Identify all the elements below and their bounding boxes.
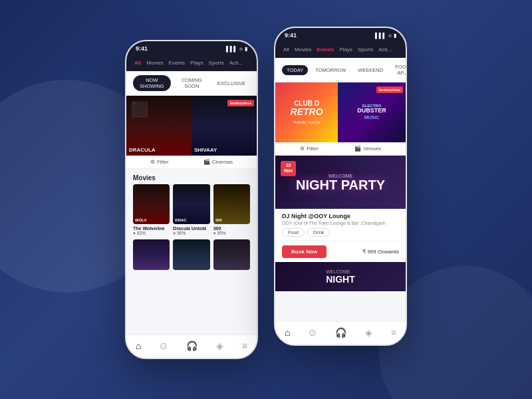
bms-badge-2: bookmyshow — [376, 86, 403, 93]
phone-movies: 9:41 ▌▌▌ ⌾ ▮ All Movies Events Plays Spo… — [125, 40, 258, 359]
nav-all-2[interactable]: All — [281, 45, 292, 54]
nav-events-2[interactable]: Events — [314, 45, 336, 54]
300-label: 300 — [215, 218, 222, 222]
fire-nav-2[interactable]: ◈ — [365, 327, 372, 338]
char-silhouette: ⬛ — [130, 101, 148, 118]
wolverine-rating: ♥ 92% — [133, 231, 170, 235]
nav-plays-1[interactable]: Plays — [188, 59, 206, 67]
300-title: 300 — [213, 226, 250, 231]
poster-wolverine: WOLV — [133, 184, 170, 224]
nav-sports-2[interactable]: Sports — [355, 45, 376, 54]
bottom-nav-1: ⌂ ⊙ 🎧 ◈ ≡ — [126, 334, 257, 358]
tab-coming-soon[interactable]: COMING SOON — [174, 75, 210, 91]
nav-sports-1[interactable]: Sports — [206, 59, 227, 67]
next-night-text: Welcome NIGHT — [326, 269, 355, 285]
music-label: MUSIC — [364, 115, 380, 120]
movie-small-3[interactable] — [213, 239, 250, 270]
menu-nav-2[interactable]: ≡ — [391, 327, 396, 338]
tab-food[interactable]: FOOD AP... — [390, 62, 406, 78]
filter-icon-1: ⚙ — [150, 159, 155, 165]
home-nav-1[interactable]: ⌂ — [136, 340, 141, 351]
dracula-rating: ♥ 90% — [173, 231, 209, 235]
headphones-nav-1[interactable]: 🎧 — [186, 340, 198, 351]
hero-banner-1: ⬛ Dracula Shivaay bookmyshow — [126, 96, 257, 156]
poster-shivaay-title: Shivaay — [194, 147, 217, 153]
dracula-title: Dracula Untold — [173, 226, 209, 231]
wolverine-label: WOLV — [135, 218, 147, 222]
movie-small-1[interactable] — [133, 239, 170, 270]
movie-300[interactable]: 300 300 ♥ 95% — [213, 184, 250, 235]
night-party-text: Welcome NIGHT PARTY — [296, 174, 385, 192]
movie-dracula[interactable]: DRAC Dracula Untold ♥ 90% — [173, 184, 209, 235]
cinema-icon: 🎬 — [203, 159, 210, 165]
dubstep-text: ELECTRO DUBSTER MUSIC — [357, 104, 386, 121]
nav-movies-2[interactable]: Movies — [292, 45, 314, 54]
tab-weekend[interactable]: WEEKEND — [353, 65, 388, 75]
poster-small-2 — [173, 239, 209, 270]
phones-container: 9:41 ▌▌▌ ⌾ ▮ All Movies Events Plays Spo… — [125, 40, 407, 359]
filter-icon-2: ⚙ — [300, 146, 305, 152]
drink-button[interactable]: Drink — [307, 228, 330, 237]
headphones-nav-2[interactable]: 🎧 — [335, 327, 346, 338]
nav-activities-1[interactable]: Acti... — [227, 59, 245, 67]
battery-icon: ▮ — [245, 46, 247, 52]
event-date-badge: 10 Nov — [281, 161, 296, 176]
event-title: DJ Night @OOY Lounge — [282, 213, 399, 219]
search-nav-1[interactable]: ⊙ — [160, 340, 168, 351]
bms-badge-1: bookmyshow — [227, 100, 254, 106]
heart-icon-2: ♥ — [173, 231, 176, 235]
nav-activities-2[interactable]: Acti... — [376, 45, 394, 54]
poster-dracula: ⬛ Dracula — [126, 96, 192, 156]
theme-show-label: THEME SHOW — [293, 120, 320, 124]
poster-dracula-card: DRAC — [173, 184, 209, 224]
nav-movies-1[interactable]: Movies — [144, 59, 166, 67]
wolverine-title: The Wolverine — [133, 226, 170, 231]
movie-small-2[interactable] — [173, 239, 209, 270]
nav-events-1[interactable]: Events — [166, 59, 188, 67]
event-day: 10 — [286, 163, 291, 168]
poster-shivaay: Shivaay bookmyshow — [192, 96, 257, 156]
cinemas-label: Cinemas — [212, 159, 233, 165]
venues-button[interactable]: 🎬 Venues — [354, 146, 381, 152]
next-event-banner: Welcome NIGHT — [275, 262, 406, 291]
retro-text: CLUB D Retro THEME SHOW — [291, 100, 323, 124]
signal-icon: ▌▌▌ — [226, 46, 237, 52]
night-party-banner: 10 Nov Welcome NIGHT PARTY — [275, 156, 406, 209]
poster-300: 300 — [213, 184, 250, 224]
events-hero: CLUB D Retro THEME SHOW ELECTRO DUBSTER … — [275, 82, 406, 142]
search-nav-2[interactable]: ⊙ — [309, 327, 317, 338]
wifi-icon: ⌾ — [239, 46, 243, 52]
time-1: 9:41 — [136, 45, 148, 52]
nav-bar-1: All Movies Events Plays Sports Acti... — [126, 55, 257, 71]
fire-nav-1[interactable]: ◈ — [216, 340, 223, 351]
night-party-main: NIGHT PARTY — [296, 178, 385, 192]
event-poster-dubstep: ELECTRO DUBSTER MUSIC bookmyshow — [338, 82, 406, 142]
dracula-rating-val: 90% — [177, 231, 186, 235]
menu-nav-1[interactable]: ≡ — [242, 340, 247, 351]
tab-bar-1: NOW SHOWING COMING SOON EXCLUSIVE — [126, 71, 257, 96]
heart-icon-1: ♥ — [133, 231, 136, 235]
book-now-button[interactable]: Book Now — [282, 245, 327, 258]
venues-icon: 🎬 — [354, 146, 361, 152]
nav-all-1[interactable]: All — [132, 59, 144, 67]
filter-button-2[interactable]: ⚙ Filter — [300, 146, 319, 152]
movie-wolverine[interactable]: WOLV The Wolverine ♥ 92% — [133, 184, 170, 235]
nav-plays-2[interactable]: Plays — [336, 45, 355, 54]
next-night-main: NIGHT — [326, 274, 355, 285]
food-button[interactable]: Food — [282, 228, 305, 237]
poster-small-1 — [133, 239, 170, 270]
nav-bar-2: All Movies Events Plays Sports Acti... — [275, 41, 406, 58]
heart-icon-3: ♥ — [213, 231, 216, 235]
book-now-row: Book Now ₹ 999 Onwards — [275, 241, 406, 262]
tab-today[interactable]: TODAY — [282, 65, 308, 75]
tab-tomorrow[interactable]: TOMORROW — [311, 65, 350, 75]
filter-button-1[interactable]: ⚙ Filter — [150, 159, 169, 165]
signal-icon-2: ▌▌▌ — [375, 33, 386, 39]
phone-events: 9:41 ▌▌▌ ⌾ ▮ All Movies Events Plays Spo… — [274, 27, 407, 346]
event-month: Nov — [284, 168, 293, 173]
price-text: ₹ 999 Onwards — [362, 249, 399, 255]
home-nav-2[interactable]: ⌂ — [285, 327, 290, 338]
cinemas-button[interactable]: 🎬 Cinemas — [203, 159, 233, 165]
tab-exclusive[interactable]: EXCLUSIVE — [213, 78, 250, 88]
tab-now-showing[interactable]: NOW SHOWING — [133, 75, 171, 91]
